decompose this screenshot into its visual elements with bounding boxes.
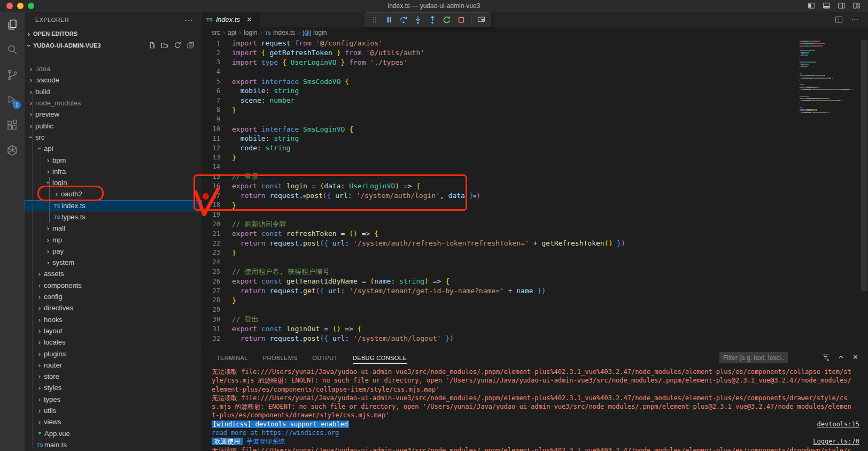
minimap[interactable]: [800, 41, 855, 114]
breakpoint-dot[interactable]: [203, 193, 209, 200]
clear-filter-icon[interactable]: [821, 353, 830, 361]
line-number[interactable]: 3: [202, 58, 220, 66]
tree-item-src[interactable]: ›src: [25, 132, 202, 143]
tree-item-directives[interactable]: ›directives: [25, 302, 202, 314]
line-number[interactable]: 15: [202, 173, 220, 180]
restart-button[interactable]: [441, 14, 452, 26]
open-editors-section[interactable]: › OPEN EDITORS: [25, 28, 202, 40]
maximize-panel-icon[interactable]: [837, 353, 845, 361]
tree-item-styles[interactable]: ›styles: [25, 382, 202, 393]
line-number[interactable]: 23: [202, 249, 220, 256]
tree-item-components[interactable]: ›components: [25, 280, 202, 291]
root-folder-section[interactable]: › YUDAO-UI-ADMIN-VUE3: [25, 40, 202, 51]
sidebar-item-extensions[interactable]: [0, 112, 25, 137]
close-tab-icon[interactable]: ✕: [246, 16, 252, 24]
tree-item-plugins[interactable]: ›plugins: [25, 348, 202, 359]
refresh-icon[interactable]: [174, 41, 182, 49]
line-number[interactable]: 22: [202, 240, 220, 247]
tab-index-ts[interactable]: TS index.ts ✕: [202, 12, 260, 27]
step-out-button[interactable]: [427, 14, 438, 26]
line-number[interactable]: 13: [202, 154, 220, 161]
tree-item-mp[interactable]: ›mp: [25, 234, 202, 245]
line-number[interactable]: 16: [202, 182, 220, 190]
code-editor[interactable]: 1import request from '@/config/axios'2im…: [202, 39, 868, 348]
panel-tab-output[interactable]: OUTPUT: [312, 353, 338, 363]
line-number[interactable]: 19: [202, 211, 220, 218]
line-number[interactable]: 32: [202, 335, 220, 342]
tree-item-oauth2[interactable]: ›oauth2: [25, 188, 202, 200]
tree-item-pay[interactable]: ›pay: [25, 246, 202, 257]
tree-item-assets[interactable]: ›assets: [25, 268, 202, 279]
tree-item-preview[interactable]: ›preview: [25, 109, 202, 120]
new-folder-icon[interactable]: [161, 41, 169, 49]
line-number[interactable]: 29: [202, 306, 220, 314]
line-number[interactable]: 12: [202, 144, 220, 152]
tree-item-build[interactable]: ›build: [25, 86, 202, 97]
breadcrumb-item-login[interactable]: [@]login: [303, 29, 327, 36]
line-number[interactable]: 14: [202, 163, 220, 171]
line-number[interactable]: 30: [202, 316, 220, 323]
breadcrumb-item-api[interactable]: api: [228, 29, 236, 36]
line-number[interactable]: 2: [202, 49, 220, 57]
toggle-sidebar-icon[interactable]: [808, 2, 816, 10]
tree-item-public[interactable]: ›public: [25, 120, 202, 131]
tree-item-layout[interactable]: ›layout: [25, 325, 202, 337]
console-source-link[interactable]: Logger.ts:70: [813, 437, 859, 446]
tree-item-utils[interactable]: ›utils: [25, 405, 202, 416]
scrollbar-thumb[interactable]: [861, 40, 867, 291]
line-number[interactable]: 28: [202, 296, 220, 304]
tree-item-types[interactable]: ›types: [25, 394, 202, 405]
tree-item-node-modules[interactable]: ›node_modules: [25, 97, 202, 109]
breadcrumb-item-src[interactable]: src: [212, 29, 220, 36]
line-number[interactable]: 9: [202, 116, 220, 123]
tree-item-main-ts[interactable]: TSmain.ts: [25, 439, 202, 450]
tree-item-system[interactable]: ›system: [25, 257, 202, 268]
tree-item-api[interactable]: ›api: [25, 143, 202, 154]
tree-item-index-ts[interactable]: TSindex.ts: [25, 200, 202, 211]
line-number[interactable]: 20: [202, 220, 220, 228]
line-number[interactable]: 6: [202, 87, 220, 95]
breadcrumb-item-index-ts[interactable]: TSindex.ts: [265, 29, 295, 36]
sidebar-item-openai-chat[interactable]: [0, 137, 25, 163]
breadcrumb-item-login[interactable]: login: [244, 29, 257, 36]
line-number[interactable]: 7: [202, 97, 220, 104]
line-number[interactable]: 11: [202, 135, 220, 142]
line-number[interactable]: 24: [202, 258, 220, 266]
tree-item-types-ts[interactable]: TStypes.ts: [25, 211, 202, 223]
panel-tab-problems[interactable]: PROBLEMS: [263, 353, 297, 363]
sidebar-item-search[interactable]: [0, 37, 25, 62]
tree-item-app-vue[interactable]: ▼App.vue: [25, 428, 202, 439]
tree-item-hooks[interactable]: ›hooks: [25, 314, 202, 325]
line-number[interactable]: 26: [202, 278, 220, 285]
tree-item-views[interactable]: ›views: [25, 416, 202, 427]
toggle-secondary-sidebar-icon[interactable]: [838, 2, 846, 10]
tree-item-login[interactable]: ›login: [25, 177, 202, 188]
toggle-panel-icon[interactable]: [823, 2, 831, 10]
editor-scrollbar[interactable]: [861, 39, 868, 348]
customize-layout-icon[interactable]: [852, 2, 861, 10]
step-into-button[interactable]: [412, 14, 423, 26]
line-number[interactable]: 18: [202, 201, 220, 209]
open-debug-console-icon[interactable]: [476, 14, 487, 26]
tree-item-bpm[interactable]: ›bpm: [25, 154, 202, 165]
line-number[interactable]: 31: [202, 325, 220, 333]
line-number[interactable]: 25: [202, 268, 220, 276]
tree-item-mall[interactable]: ›mall: [25, 223, 202, 234]
line-number[interactable]: 21: [202, 230, 220, 238]
console-filter-input[interactable]: [719, 352, 788, 363]
step-over-button[interactable]: [398, 14, 409, 26]
tree-item-router[interactable]: ›router: [25, 360, 202, 371]
panel-tab-debug-console[interactable]: DEBUG CONSOLE: [353, 353, 407, 364]
tree-item-infra[interactable]: ›infra: [25, 166, 202, 177]
line-number[interactable]: 8: [202, 106, 220, 113]
toolbar-drag-handle[interactable]: [369, 14, 380, 26]
tree-item-store[interactable]: ›store: [25, 371, 202, 382]
line-number[interactable]: 1: [202, 40, 220, 47]
sidebar-item-source-control[interactable]: [0, 62, 25, 87]
line-number[interactable]: 4: [202, 68, 220, 75]
stop-button[interactable]: [455, 14, 467, 26]
split-editor-icon[interactable]: [835, 16, 843, 24]
pause-button[interactable]: [383, 14, 394, 26]
tree-item--vscode[interactable]: ›.vscode: [25, 74, 202, 86]
console-source-link[interactable]: devtools:15: [817, 420, 859, 429]
